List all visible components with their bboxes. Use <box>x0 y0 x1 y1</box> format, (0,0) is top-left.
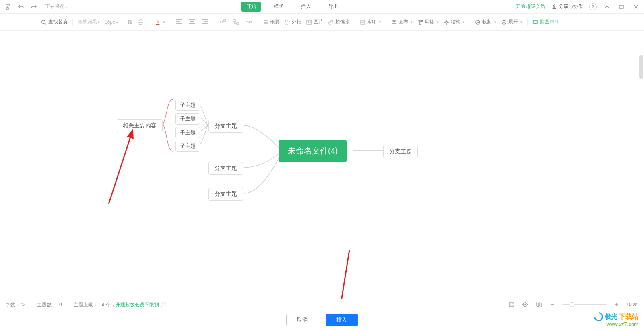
canvas-button[interactable]: 画布 <box>391 19 413 25</box>
locate-center-icon[interactable] <box>521 301 529 309</box>
zoom-in-button[interactable] <box>612 301 620 309</box>
branch-node-left-3[interactable]: 分支主题 <box>208 188 243 201</box>
font-family-select[interactable]: 微软雅黑 <box>78 19 100 25</box>
svg-rect-2 <box>156 24 160 25</box>
image-label: 图片 <box>314 19 323 25</box>
center-node[interactable]: 未命名文件(4) <box>279 140 347 162</box>
outline-label: 概要 <box>270 19 280 25</box>
search-icon <box>41 19 47 25</box>
cancel-button[interactable]: 取消 <box>286 314 318 326</box>
redo-icon[interactable] <box>30 3 38 11</box>
topiclimit-value: 150个， <box>98 301 116 308</box>
mindppt-label: 脑图PPT <box>540 19 559 25</box>
related-content-node[interactable]: 相关主要内容 <box>117 119 163 132</box>
saving-status: 正在保存... <box>45 3 68 10</box>
title-bar: 正在保存... 开始 样式 插入 导出 开通超级会员 分享与协作 ? <box>0 0 644 14</box>
help-icon-small[interactable]: ? <box>161 302 166 307</box>
tab-start[interactable]: 开始 <box>242 2 261 12</box>
branch-node-left-1[interactable]: 分支主题 <box>208 120 243 133</box>
branch-node-left-2[interactable]: 分支主题 <box>208 162 243 175</box>
svg-point-14 <box>446 21 447 23</box>
status-bar: 字数： 42 主题数： 10 主题上限： 150个， 开通超级会员不限制 ? 1… <box>0 299 644 310</box>
align-left-button[interactable] <box>175 18 183 26</box>
zoom-slider[interactable] <box>562 304 607 305</box>
svg-rect-0 <box>619 5 623 8</box>
mindmap-canvas[interactable]: 未命名文件(4) 分支主题 分支主题 分支主题 分支主题 相关主要内容 子主题 … <box>0 31 644 285</box>
svg-rect-3 <box>220 21 223 23</box>
child-node-3[interactable]: 子主题 <box>175 127 200 138</box>
hyperlink-button[interactable]: 超链接 <box>328 19 350 25</box>
collapse-button[interactable]: 收起 <box>475 19 496 25</box>
font-size-select[interactable]: 16px <box>105 19 118 25</box>
tab-insert[interactable]: 插入 <box>296 2 316 12</box>
canvas-icon <box>391 19 397 25</box>
branch-node-right[interactable]: 分支主题 <box>383 145 418 158</box>
maximize-icon[interactable] <box>617 3 625 11</box>
unlimited-link[interactable]: 开通超级会员不限制 <box>116 301 159 308</box>
tab-style[interactable]: 样式 <box>269 2 288 12</box>
scrollbar[interactable] <box>639 55 643 79</box>
structure-label: 结构 <box>451 19 460 25</box>
child-node-4[interactable]: 子主题 <box>175 141 200 152</box>
svg-rect-9 <box>285 20 289 24</box>
undo-icon[interactable] <box>17 3 25 11</box>
search-replace-button[interactable]: 查找替换 <box>41 19 68 25</box>
svg-rect-17 <box>533 20 537 23</box>
style-icon <box>417 19 423 25</box>
structure-button[interactable]: 结构 <box>444 19 465 25</box>
mindppt-button[interactable]: 脑图PPT <box>533 19 559 25</box>
canvas-label: 画布 <box>398 19 408 25</box>
child-node-2[interactable]: 子主题 <box>175 113 200 124</box>
watermark-button[interactable]: 水印 <box>360 19 381 25</box>
search-label: 查找替换 <box>48 19 68 25</box>
topiccount-label: 主题数： <box>37 301 56 308</box>
format-painter-icon[interactable] <box>4 3 12 11</box>
map-view-icon[interactable] <box>535 301 543 309</box>
svg-rect-7 <box>246 21 248 23</box>
align-right-button[interactable] <box>201 18 209 26</box>
collapse-icon <box>475 19 481 25</box>
link-icon <box>328 19 334 25</box>
frame-label: 外框 <box>292 19 301 25</box>
image-button[interactable]: 图片 <box>306 19 323 25</box>
theme-button[interactable]: 风格 <box>417 19 439 25</box>
font-color-button[interactable] <box>155 19 165 25</box>
frame-icon <box>285 19 290 25</box>
outline-icon <box>263 19 268 25</box>
align-center-button[interactable] <box>188 18 196 26</box>
tab-export[interactable]: 导出 <box>324 2 343 12</box>
insert-button[interactable]: 插入 <box>326 314 358 326</box>
vip-link[interactable]: 开通超级会员 <box>516 3 545 10</box>
image-icon <box>306 19 312 25</box>
wordcount-label: 字数： <box>6 301 20 308</box>
insert-topic-button[interactable] <box>219 18 227 26</box>
collapse-label: 收起 <box>482 19 492 25</box>
insert-relation-button[interactable] <box>245 18 253 26</box>
svg-rect-5 <box>233 20 235 22</box>
share-label: 分享与协作 <box>559 3 583 10</box>
bold-button[interactable]: B <box>128 19 132 25</box>
chevron-up-icon[interactable] <box>603 3 611 11</box>
child-node-1[interactable]: 子主题 <box>175 100 200 111</box>
topiccount-value: 10 <box>56 302 62 307</box>
svg-rect-6 <box>237 23 239 24</box>
fit-screen-icon[interactable] <box>508 301 516 309</box>
strikethrough-button[interactable] <box>137 18 145 26</box>
zoom-value: 100% <box>626 302 638 307</box>
svg-line-18 <box>109 132 132 204</box>
help-icon[interactable]: ? <box>589 3 597 10</box>
zoom-out-button[interactable] <box>549 301 557 309</box>
outline-button[interactable]: 概要 <box>263 19 280 25</box>
theme-label: 风格 <box>425 19 434 25</box>
dialog-buttons: 取消 插入 <box>0 312 644 328</box>
insert-subtopic-button[interactable] <box>232 18 240 26</box>
expand-icon <box>501 19 507 25</box>
frame-button[interactable]: 外框 <box>285 19 301 25</box>
topiclimit-label: 主题上限： <box>74 301 98 308</box>
share-button[interactable]: 分享与协作 <box>551 3 583 10</box>
annotation-arrow-1 <box>101 127 137 208</box>
expand-button[interactable]: 展开 <box>501 19 522 25</box>
close-icon[interactable] <box>632 3 640 11</box>
font-color-icon <box>155 19 161 25</box>
watermark-label: 水印 <box>367 19 377 25</box>
